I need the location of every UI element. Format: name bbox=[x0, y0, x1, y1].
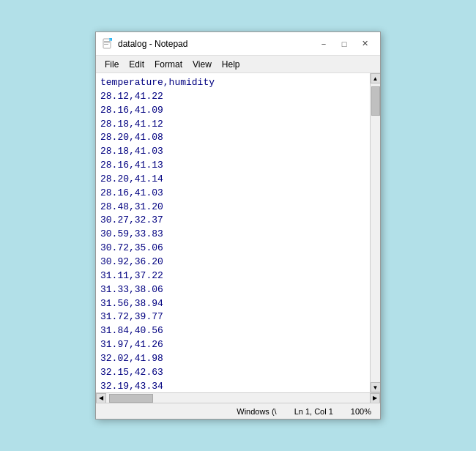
scroll-up-button[interactable]: ▲ bbox=[371, 73, 381, 83]
svg-rect-2 bbox=[104, 42, 110, 43]
scroll-left-button[interactable]: ◀ bbox=[96, 393, 106, 403]
zoom-status: 100% bbox=[348, 407, 374, 416]
cursor-position-status: Ln 1, Col 1 bbox=[291, 407, 336, 416]
minimize-button[interactable]: − bbox=[314, 37, 333, 51]
line-ending-status: Windows (\ bbox=[234, 407, 279, 416]
maximize-button[interactable]: □ bbox=[335, 37, 354, 51]
svg-rect-1 bbox=[104, 41, 110, 42]
title-bar: datalog - Notepad − □ ✕ bbox=[96, 32, 380, 56]
scroll-down-button[interactable]: ▼ bbox=[371, 382, 381, 392]
status-bar: Windows (\ Ln 1, Col 1 100% bbox=[96, 403, 380, 419]
scroll-thumb-horizontal[interactable] bbox=[109, 394, 153, 403]
notepad-icon bbox=[102, 38, 114, 50]
menu-help[interactable]: Help bbox=[217, 58, 245, 71]
editor-area: temperature,humidity 28.12,41.22 28.16,4… bbox=[96, 73, 380, 392]
vertical-scrollbar[interactable]: ▲ ▼ bbox=[370, 73, 380, 392]
title-bar-left: datalog - Notepad bbox=[102, 38, 187, 50]
svg-rect-3 bbox=[104, 44, 108, 45]
menu-file[interactable]: File bbox=[100, 58, 123, 71]
menu-format[interactable]: Format bbox=[150, 58, 187, 71]
scroll-track-vertical[interactable] bbox=[371, 83, 381, 382]
scroll-track-horizontal[interactable] bbox=[106, 393, 370, 403]
scroll-right-button[interactable]: ▶ bbox=[370, 393, 380, 403]
text-editor[interactable]: temperature,humidity 28.12,41.22 28.16,4… bbox=[96, 73, 370, 392]
scroll-thumb-vertical[interactable] bbox=[371, 86, 380, 116]
menu-edit[interactable]: Edit bbox=[124, 58, 149, 71]
menu-view[interactable]: View bbox=[188, 58, 216, 71]
notepad-window: datalog - Notepad − □ ✕ File Edit Format… bbox=[95, 31, 381, 420]
title-bar-controls: − □ ✕ bbox=[314, 37, 374, 51]
menu-bar: File Edit Format View Help bbox=[96, 56, 380, 73]
close-button[interactable]: ✕ bbox=[355, 37, 374, 51]
horizontal-scrollbar[interactable]: ◀ ▶ bbox=[96, 392, 380, 403]
window-title: datalog - Notepad bbox=[118, 39, 187, 49]
